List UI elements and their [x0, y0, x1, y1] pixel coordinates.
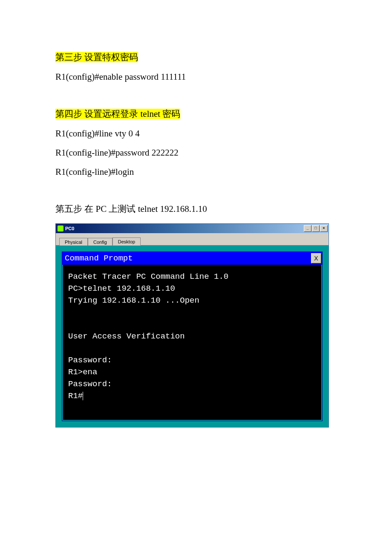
command-prompt-titlebar[interactable]: Command Prompt X: [62, 252, 322, 265]
terminal-line: User Access Verification: [68, 332, 185, 341]
step4-cmd3: R1(config-line)#login: [55, 167, 362, 177]
step4-heading: 第四步 设置远程登录 telnet 密码: [55, 109, 180, 119]
maximize-button[interactable]: □: [312, 225, 320, 232]
step3-cmd1: R1(config)#enable password 111111: [55, 72, 362, 82]
minimize-button[interactable]: _: [304, 225, 311, 232]
step4-cmd1: R1(config)#line vty 0 4: [55, 128, 362, 139]
packet-tracer-window: PC0 _ □ × Physical Config Desktop Comman…: [55, 223, 329, 428]
command-prompt-window: Command Prompt X Packet Tracer PC Comman…: [62, 251, 323, 421]
terminal-line: R1>ena: [68, 367, 97, 377]
close-button[interactable]: ×: [320, 225, 328, 232]
terminal-line: Trying 192.168.1.10 ...Open: [68, 296, 199, 305]
app-icon: [58, 225, 63, 231]
tab-bar: Physical Config Desktop: [56, 233, 329, 246]
step4-cmd2: R1(config-line)#password 222222: [55, 147, 362, 158]
terminal-line: Password:: [68, 356, 112, 365]
step5-heading: 第五步 在 PC 上测试 telnet 192.168.1.10: [55, 203, 362, 215]
window-titlebar[interactable]: PC0 _ □ ×: [56, 224, 329, 233]
command-prompt-title: Command Prompt: [65, 254, 133, 263]
terminal-output[interactable]: Packet Tracer PC Command Line 1.0 PC>tel…: [62, 265, 322, 421]
command-prompt-close-button[interactable]: X: [311, 253, 321, 263]
tab-physical[interactable]: Physical: [59, 238, 88, 246]
terminal-line: PC>telnet 192.168.1.10: [68, 284, 175, 293]
terminal-line: R1#: [68, 391, 83, 401]
window-body: Command Prompt X Packet Tracer PC Comman…: [56, 246, 329, 427]
step3-heading: 第三步 设置特权密码: [55, 52, 138, 62]
tab-config[interactable]: Config: [88, 238, 112, 246]
tab-desktop[interactable]: Desktop: [112, 237, 141, 246]
window-title: PC0: [65, 226, 74, 231]
terminal-line: Packet Tracer PC Command Line 1.0: [68, 272, 228, 281]
terminal-line: Password:: [68, 379, 112, 389]
